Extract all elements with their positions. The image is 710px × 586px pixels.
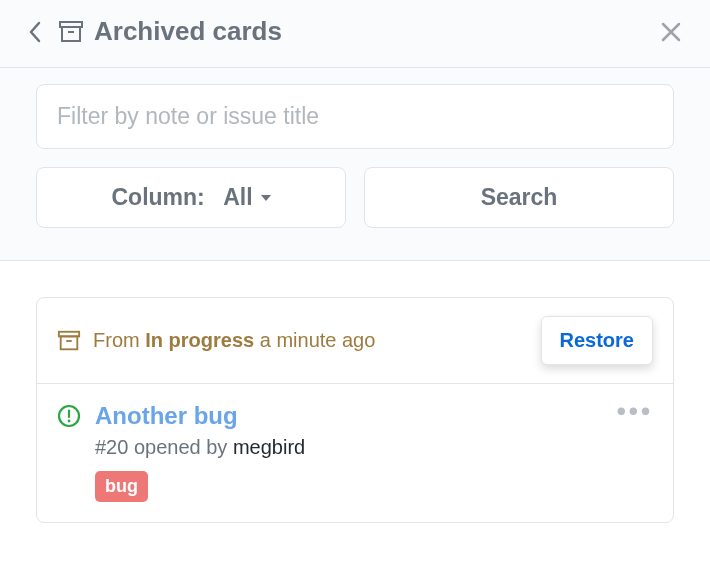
svg-point-8 (68, 420, 71, 423)
issue-meta: #20 opened by megbird (95, 436, 653, 459)
archive-icon (58, 19, 84, 45)
search-button[interactable]: Search (364, 167, 674, 228)
issue-author: megbird (233, 436, 305, 458)
page-title: Archived cards (94, 16, 282, 47)
svg-rect-4 (61, 336, 78, 349)
issue-content: Another bug #20 opened by megbird bug (95, 402, 653, 502)
card-body: Another bug #20 opened by megbird bug ••… (37, 384, 673, 522)
close-button[interactable] (656, 17, 686, 47)
card-header: From In progress a minute ago Restore (37, 298, 673, 384)
kebab-icon: ••• (617, 396, 653, 426)
panel-header: Archived cards (0, 0, 710, 68)
filter-input[interactable] (36, 84, 674, 149)
issue-labels: bug (95, 471, 653, 502)
search-button-label: Search (481, 184, 558, 211)
issue-title-link[interactable]: Another bug (95, 402, 238, 429)
caret-down-icon (261, 195, 271, 201)
card-menu-button[interactable]: ••• (617, 398, 653, 424)
archived-cards-panel: Archived cards Column: All Search Fro (0, 0, 710, 586)
archive-icon (57, 329, 81, 353)
column-filter-button[interactable]: Column: All (36, 167, 346, 228)
column-filter-value: All (223, 184, 252, 211)
opened-text: opened by (134, 436, 227, 458)
restore-button[interactable]: Restore (541, 316, 653, 365)
archived-card: From In progress a minute ago Restore An… (36, 297, 674, 523)
issue-number: #20 (95, 436, 128, 458)
card-timestamp: a minute ago (260, 329, 376, 351)
column-filter-label: Column: (111, 184, 204, 211)
card-origin-text: From In progress a minute ago (93, 329, 529, 352)
from-prefix: From (93, 329, 140, 351)
filter-row: Column: All Search (36, 167, 674, 228)
back-button[interactable] (24, 17, 46, 47)
issue-label-bug[interactable]: bug (95, 471, 148, 502)
filters-section: Column: All Search (0, 68, 710, 261)
issue-open-icon (57, 404, 81, 502)
svg-rect-1 (62, 27, 80, 41)
restore-button-label: Restore (560, 329, 634, 351)
close-icon (660, 21, 682, 43)
content-area: From In progress a minute ago Restore An… (0, 261, 710, 559)
origin-column-name: In progress (145, 329, 254, 351)
title-wrap: Archived cards (58, 16, 644, 47)
chevron-left-icon (28, 21, 42, 43)
